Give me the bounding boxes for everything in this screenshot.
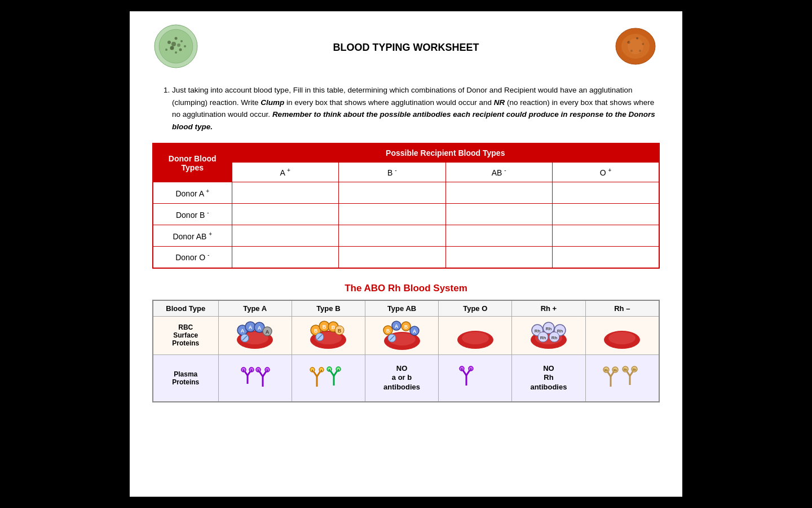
svg-text:a: a [338,368,339,371]
abo-table: Blood Type Type A Type B Type AB Type O … [152,300,660,403]
green-cell-icon [152,23,200,73]
cell-b-bminus[interactable] [339,204,446,225]
cell-b-abminus[interactable] [445,204,553,225]
svg-text:b: b [258,369,259,372]
svg-text:Rh: Rh [535,329,541,334]
cell-o-oplus[interactable] [553,247,660,268]
instruction-text: Just taking into account blood type, Fil… [172,86,655,131]
donor-b-label: Donor B - [153,204,232,225]
svg-text:Rh: Rh [633,369,636,371]
cell-ab-aplus[interactable] [232,225,339,247]
svg-text:B: B [404,324,408,330]
svg-text:A: A [412,329,416,334]
col-o-plus: O + [553,163,660,182]
no-ab-text: NOa or bantibodies [368,358,436,398]
instructions: Just taking into account blood type, Fil… [152,84,660,133]
svg-text:A: A [241,328,245,334]
svg-text:Rh: Rh [604,369,608,372]
col-rh-neg: Rh – [585,300,659,317]
svg-point-71 [608,332,636,344]
rbc-type-a: A A A A [218,316,292,354]
svg-point-6 [179,49,182,51]
cell-a-bminus[interactable] [339,182,446,204]
rbc-type-ab: B A B A [365,316,438,354]
col-type-b: Type B [292,300,365,317]
abo-section: The ABO Rh Blood System Blood Type Type … [152,283,660,403]
donor-ab-label: Donor AB + [153,225,232,247]
recipient-header: Possible Recipient Blood Types [232,143,659,163]
cell-o-bminus[interactable] [339,247,446,268]
svg-point-8 [165,49,167,51]
svg-text:Rh: Rh [614,369,617,372]
page-title: BLOOD TYPING WORKSHEET [200,42,612,54]
svg-point-4 [180,40,183,42]
donor-b-row: Donor B - [153,204,659,225]
cell-ab-oplus[interactable] [553,225,660,247]
svg-text:a: a [329,368,330,371]
col-b-minus: B - [339,163,446,182]
col-ab-minus: AB - [445,163,553,182]
donor-o-label: Donor O - [153,247,232,268]
donor-ab-row: Donor AB + [153,225,659,247]
svg-text:a: a [312,369,314,372]
svg-text:b: b [461,367,462,371]
svg-text:Rh: Rh [557,329,563,334]
donor-o-row: Donor O - [153,247,659,268]
abo-title: The ABO Rh Blood System [152,283,660,294]
cell-a-oplus[interactable] [553,182,660,204]
svg-point-10 [171,42,176,46]
svg-text:B: B [338,328,342,334]
rbc-rh-pos: Rh Rh Rh Rh Rh [512,316,585,354]
plasma-rh-neg: Rh Rh Rh [585,354,659,402]
svg-text:B: B [323,324,326,330]
svg-text:b: b [267,369,268,372]
svg-point-5 [170,46,174,50]
svg-point-3 [175,37,178,40]
col-type-ab: Type AB [365,300,438,317]
plasma-type-a: b b b [218,354,292,402]
red-cell-icon [612,23,660,73]
plasma-type-o: b b [439,354,512,402]
svg-point-1 [159,29,193,63]
rbc-label: RBCSurfaceProteins [153,316,218,354]
no-rh-text: NORhantibodies [514,358,582,398]
plasma-row: PlasmaProteins [153,354,659,402]
svg-text:A: A [394,323,398,329]
col-blood-type: Blood Type [153,300,218,317]
rbc-type-o [439,316,512,354]
donor-a-label: Donor A + [153,182,232,204]
cell-a-aplus[interactable] [232,182,339,204]
svg-text:A: A [258,325,262,331]
col-rh-pos: Rh + [512,300,585,317]
svg-point-7 [175,51,177,54]
plasma-type-b: a a a [292,354,365,402]
page: BLOOD TYPING WORKSHEET Just taking into … [130,11,682,497]
plasma-rh-pos: NORhantibodies [512,354,585,402]
svg-text:b: b [251,369,253,372]
plasma-label: PlasmaProteins [153,354,218,402]
svg-text:Rh: Rh [624,369,627,371]
donor-header: Donor Blood Types [153,143,232,182]
cell-o-abminus[interactable] [445,247,553,268]
svg-point-19 [628,38,643,54]
donor-a-row: Donor A + [153,182,659,204]
svg-point-57 [462,332,489,344]
svg-text:a: a [321,369,323,372]
cell-b-oplus[interactable] [553,204,660,225]
cell-b-aplus[interactable] [232,204,339,225]
col-type-a: Type A [218,300,292,317]
svg-text:Rh: Rh [540,335,546,340]
svg-text:B: B [314,328,318,334]
header: BLOOD TYPING WORKSHEET [152,23,660,73]
blood-typing-table: Donor Blood Types Possible Recipient Blo… [152,143,660,268]
cell-o-aplus[interactable] [232,247,339,268]
svg-point-2 [167,41,171,44]
cell-ab-bminus[interactable] [339,225,446,247]
svg-text:B: B [386,328,390,334]
svg-point-11 [177,43,180,47]
cell-ab-abminus[interactable] [445,225,553,247]
svg-text:Rh: Rh [546,326,552,331]
rbc-type-b: B B B B [292,316,365,354]
col-type-o: Type O [439,300,512,317]
cell-a-abminus[interactable] [445,182,553,204]
